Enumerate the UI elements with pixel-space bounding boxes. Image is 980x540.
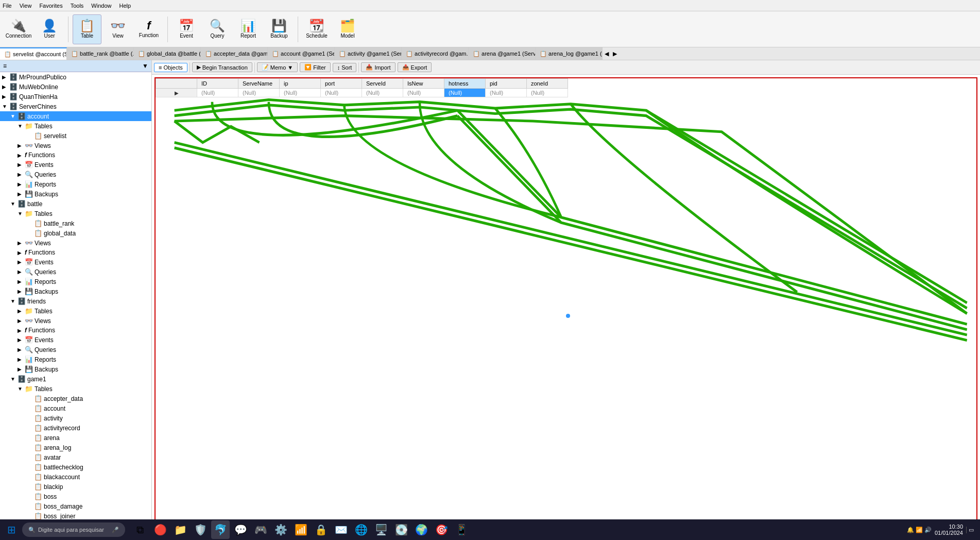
sidebar-item-backups-friends[interactable]: ▶ 💾 Backups: [0, 364, 151, 374]
sidebar-item-tables-battle[interactable]: ▼ 📁 Tables: [0, 209, 151, 218]
sidebar-item-boss[interactable]: ▶ 📋 boss: [0, 492, 151, 501]
menu-favorites[interactable]: Favorites: [39, 3, 62, 9]
taskbar-app-navicat[interactable]: 🐬: [211, 520, 230, 539]
tab-activity[interactable]: 📋 activity @game1 (Ser...: [335, 47, 402, 60]
sidebar-item-reports-friends[interactable]: ▶ 📊 Reports: [0, 355, 151, 364]
arrow-game1-db[interactable]: ▼: [10, 376, 18, 382]
taskbar-app-extra2[interactable]: 📱: [452, 520, 471, 539]
taskbar-app-extra1[interactable]: 🎯: [432, 520, 451, 539]
taskbar-app-mail[interactable]: ✉️: [332, 520, 350, 539]
arrow-tables-account[interactable]: ▼: [18, 123, 25, 129]
arrow-queries-account[interactable]: ▶: [18, 172, 25, 177]
sidebar-item-activity[interactable]: ▶ 📋 activity: [0, 413, 151, 423]
toolbar-view[interactable]: 👓 View: [104, 14, 132, 44]
sidebar-item-backups-battle[interactable]: ▶ 💾 Backups: [0, 286, 151, 296]
menu-tools[interactable]: Tools: [71, 3, 84, 9]
arrow-reports-account[interactable]: ▶: [18, 181, 25, 187]
sidebar-item-quanthienha[interactable]: ▶ 🗄️ QuanThienHa: [0, 92, 151, 102]
arrow-views-account[interactable]: ▶: [18, 143, 25, 148]
tab-arena[interactable]: 📋 arena @game1 (Serv...: [469, 47, 536, 60]
col-servename[interactable]: ServeName: [238, 79, 280, 89]
taskbar-app-browser[interactable]: 🔴: [151, 520, 169, 539]
col-hotness[interactable]: hotness: [444, 79, 486, 89]
data-grid[interactable]: ID ServeName ip port ServeId IsNew hotne…: [154, 77, 977, 524]
arrow-friends-db[interactable]: ▼: [10, 298, 18, 304]
taskbar-app-antivirus[interactable]: 🛡️: [191, 520, 210, 539]
sidebar-item-events-friends[interactable]: ▶ 📅 Events: [0, 335, 151, 345]
sidebar-item-tables-friends[interactable]: ▶ 📁 Tables: [0, 306, 151, 316]
sidebar-item-battlechecklog[interactable]: ▶ 📋 battlechecklog: [0, 462, 151, 472]
arrow-muwebonline[interactable]: ▶: [2, 84, 9, 90]
taskbar-app-network[interactable]: 🌐: [352, 520, 370, 539]
taskbar-search[interactable]: 🔍 Digite aqui para pesquisar 🎤: [22, 522, 125, 537]
table-row[interactable]: ▶ (Null) (Null) (Null) (Null) (Null) (Nu…: [156, 89, 568, 97]
sidebar-collapse[interactable]: ▼: [142, 62, 148, 70]
menu-file[interactable]: File: [3, 3, 12, 9]
toolbar-report[interactable]: 📊 Report: [234, 14, 263, 44]
sidebar-item-functions-battle[interactable]: ▶ f Functions: [0, 248, 151, 257]
sidebar-item-functions-account[interactable]: ▶ f Functions: [0, 150, 151, 160]
sidebar-item-blackip[interactable]: ▶ 📋 blackip: [0, 482, 151, 492]
btn-begin-transaction[interactable]: ▶ Begin Transaction: [192, 62, 252, 72]
col-zoneid[interactable]: zoneId: [527, 79, 568, 89]
tab-servelist[interactable]: 📋 servelist @account (S...: [0, 47, 67, 60]
tab-account[interactable]: 📋 account @game1 (Se...: [268, 47, 335, 60]
sidebar-item-avatar[interactable]: ▶ 📋 avatar: [0, 452, 151, 462]
taskbar-show-desktop[interactable]: ▭: [966, 527, 974, 533]
menu-window[interactable]: Window: [91, 3, 111, 9]
toolbar-function[interactable]: f Function: [134, 14, 163, 44]
sidebar-item-tables-game1[interactable]: ▼ 📁 Tables: [0, 384, 151, 394]
taskbar-app-game[interactable]: 🎮: [251, 520, 270, 539]
toolbar-backup[interactable]: 💾 Backup: [265, 14, 294, 44]
col-serveid[interactable]: ServeId: [362, 79, 403, 89]
sidebar-item-functions-friends[interactable]: ▶ f Functions: [0, 326, 151, 335]
tab-nav-next[interactable]: ▶: [611, 49, 619, 58]
start-button[interactable]: ⊞: [2, 520, 21, 539]
btn-memo[interactable]: 📝 Memo ▼: [257, 62, 298, 72]
sidebar-item-views-battle[interactable]: ▶ 👓 Views: [0, 238, 151, 248]
btn-sort[interactable]: ↕ Sort: [333, 63, 357, 72]
btn-import[interactable]: 📥 Import: [361, 62, 395, 72]
sidebar-item-views-account[interactable]: ▶ 👓 Views: [0, 141, 151, 150]
arrow-views-battle[interactable]: ▶: [18, 240, 25, 246]
taskbar-app-steam[interactable]: ⚙️: [271, 520, 290, 539]
tab-battle-rank[interactable]: 📋 battle_rank @battle (...: [67, 47, 134, 60]
arrow-serverchines[interactable]: ▼: [2, 104, 9, 109]
sidebar-item-activityrecord[interactable]: ▶ 📋 activityrecord: [0, 423, 151, 433]
sidebar-item-backups-account[interactable]: ▶ 💾 Backups: [0, 189, 151, 199]
sidebar-item-events-account[interactable]: ▶ 📅 Events: [0, 160, 151, 170]
arrow-account-db[interactable]: ▼: [10, 113, 18, 119]
taskbar-app-messenger[interactable]: 💬: [231, 520, 250, 539]
sidebar-item-boss-damage[interactable]: ▶ 📋 boss_damage: [0, 501, 151, 511]
col-isnew[interactable]: IsNew: [403, 79, 444, 89]
toolbar-table[interactable]: 📋 Table: [73, 14, 101, 44]
arrow-tables-game1[interactable]: ▼: [18, 386, 25, 392]
sidebar-item-account-table[interactable]: ▶ 📋 account: [0, 403, 151, 413]
arrow-events-account[interactable]: ▶: [18, 162, 25, 167]
sidebar-item-game1-db[interactable]: ▼ 🗄️ game1: [0, 374, 151, 384]
btn-export[interactable]: 📤 Export: [398, 62, 432, 72]
taskbar-app-chrome[interactable]: 🌍: [412, 520, 431, 539]
sidebar-item-views-friends[interactable]: ▶ 👓 Views: [0, 316, 151, 326]
taskbar-app-rdp[interactable]: 🖥️: [372, 520, 390, 539]
sidebar-item-mrproundpublico[interactable]: ▶ 🗄️ MrProundPublico: [0, 72, 151, 82]
sidebar-item-events-battle[interactable]: ▶ 📅 Events: [0, 257, 151, 267]
toolbar-model[interactable]: 🗂️ Model: [333, 14, 362, 44]
sidebar-item-queries-battle[interactable]: ▶ 🔍 Queries: [0, 267, 151, 277]
sidebar-item-reports-battle[interactable]: ▶ 📊 Reports: [0, 277, 151, 286]
tab-accepter-data[interactable]: 📋 accepter_data @gam...: [201, 47, 268, 60]
sidebar-item-tables-account[interactable]: ▼ 📁 Tables: [0, 121, 151, 131]
arrow-mrproundpublico[interactable]: ▶: [2, 74, 9, 80]
btn-objects[interactable]: ≡ Objects: [154, 63, 187, 72]
arrow-battle-db[interactable]: ▼: [10, 201, 18, 207]
col-id[interactable]: ID: [197, 79, 238, 89]
tab-global-data[interactable]: 📋 global_data @battle (...: [134, 47, 201, 60]
toolbar-connection[interactable]: 🔌 Connection: [4, 14, 33, 44]
sidebar-item-friends-db[interactable]: ▼ 🗄️ friends: [0, 296, 151, 306]
sidebar-item-arena[interactable]: ▶ 📋 arena: [0, 433, 151, 443]
arrow-backups-account[interactable]: ▶: [18, 191, 25, 197]
taskbar-app-disk[interactable]: 💽: [392, 520, 410, 539]
sidebar-item-account-db[interactable]: ▼ 🗄️ account: [0, 111, 151, 121]
mic-icon[interactable]: 🎤: [112, 527, 119, 533]
col-pid[interactable]: pid: [486, 79, 527, 89]
